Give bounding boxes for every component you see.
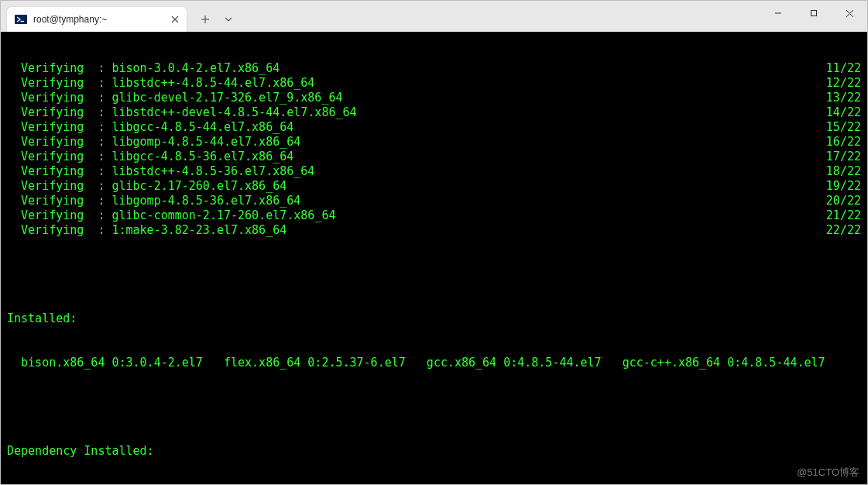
verify-line: Verifying : glibc-devel-2.17-326.el7_9.x… [7,91,861,105]
dep-installed-header: Dependency Installed: [7,444,861,459]
terminal-pane[interactable]: Verifying : bison-3.0.4-2.el7.x86_6411/2… [1,32,867,484]
verify-text: Verifying : libgomp-4.8.5-44.el7.x86_64 [7,135,300,150]
verify-index: 15/22 [826,120,861,135]
verify-text: Verifying : libstdc++-devel-4.8.5-44.el7… [7,105,357,120]
installed-packages: bison.x86_64 0:3.0.4-2.el7 flex.x86_64 0… [7,356,861,370]
verify-text: Verifying : libgomp-4.8.5-36.el7.x86_64 [7,194,300,208]
tab-title: root@tymphany:~ [33,14,162,25]
verify-text: Verifying : glibc-devel-2.17-326.el7_9.x… [7,91,342,105]
verify-line: Verifying : 1:make-3.82-23.el7.x86_6422/… [7,223,861,238]
verify-index: 14/22 [826,105,861,120]
verify-index: 21/22 [826,208,861,223]
new-tab-button[interactable] [194,9,216,30]
verify-line: Verifying : glibc-2.17-260.el7.x86_6419/… [7,179,861,194]
verify-index: 12/22 [826,76,861,91]
verify-text: Verifying : glibc-common-2.17-260.el7.x8… [7,208,335,223]
verify-index: 19/22 [826,179,861,194]
verify-line: Verifying : libstdc++-devel-4.8.5-44.el7… [7,105,861,120]
verify-line: Verifying : bison-3.0.4-2.el7.x86_6411/2… [7,61,861,76]
installed-header: Installed: [7,311,861,326]
app-window: root@tymphany:~ Verif [0,0,868,485]
svg-rect-7 [811,11,817,16]
verify-line: Verifying : glibc-common-2.17-260.el7.x8… [7,208,861,223]
verify-text: Verifying : libstdc++-4.8.5-36.el7.x86_6… [7,164,314,179]
powershell-icon [15,13,27,26]
blank-line [7,400,861,414]
verify-index: 13/22 [826,91,861,105]
titlebar: root@tymphany:~ [1,1,867,32]
close-button[interactable] [832,1,867,26]
verify-line: Verifying : libgcc-4.8.5-36.el7.x86_6417… [7,150,861,164]
minimize-button[interactable] [760,1,796,26]
verify-text: Verifying : bison-3.0.4-2.el7.x86_64 [7,61,280,76]
tabs-region: root@tymphany:~ [1,1,238,32]
verify-index: 17/22 [826,150,861,164]
tab-dropdown-button[interactable] [219,9,238,30]
verify-index: 20/22 [826,194,861,208]
maximize-button[interactable] [796,1,832,26]
verify-line: Verifying : libgcc-4.8.5-44.el7.x86_6415… [7,120,861,135]
verify-index: 22/22 [826,223,861,238]
verify-text: Verifying : libgcc-4.8.5-36.el7.x86_64 [7,150,293,164]
verify-text: Verifying : glibc-2.17-260.el7.x86_64 [7,179,286,194]
verify-index: 11/22 [826,61,861,76]
verify-line: Verifying : libstdc++-4.8.5-44.el7.x86_6… [7,76,861,91]
verify-text: Verifying : libgcc-4.8.5-44.el7.x86_64 [7,120,293,135]
verify-line: Verifying : libgomp-4.8.5-36.el7.x86_642… [7,194,861,208]
verify-text: Verifying : libstdc++-4.8.5-44.el7.x86_6… [7,76,314,91]
blank-line [7,267,861,282]
verify-lines: Verifying : bison-3.0.4-2.el7.x86_6411/2… [7,61,861,238]
verify-text: Verifying : 1:make-3.82-23.el7.x86_64 [7,223,286,238]
verify-line: Verifying : libgomp-4.8.5-44.el7.x86_641… [7,135,861,150]
watermark-text: @51CTO博客 [797,465,859,480]
verify-index: 18/22 [826,164,861,179]
verify-index: 16/22 [826,135,861,150]
window-controls [760,1,867,26]
tab-close-button[interactable] [168,12,182,26]
tab-active[interactable]: root@tymphany:~ [7,7,187,32]
verify-line: Verifying : libstdc++-4.8.5-36.el7.x86_6… [7,164,861,179]
